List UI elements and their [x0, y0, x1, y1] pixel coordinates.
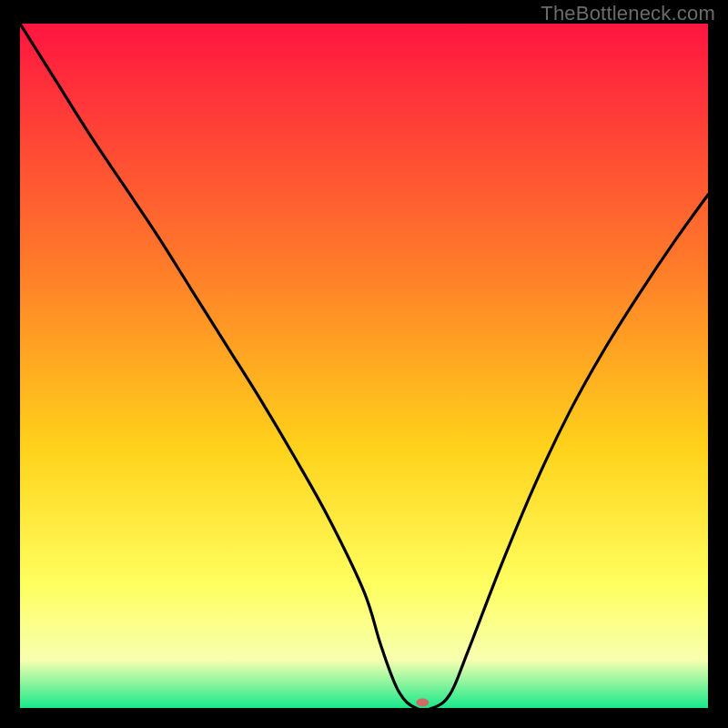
- watermark-text: TheBottleneck.com: [541, 2, 715, 25]
- current-point-marker: [416, 698, 429, 706]
- plot-area: [20, 24, 708, 708]
- chart-stage: TheBottleneck.com: [0, 0, 728, 728]
- gradient-background: [20, 24, 708, 708]
- bottleneck-chart: [20, 24, 708, 708]
